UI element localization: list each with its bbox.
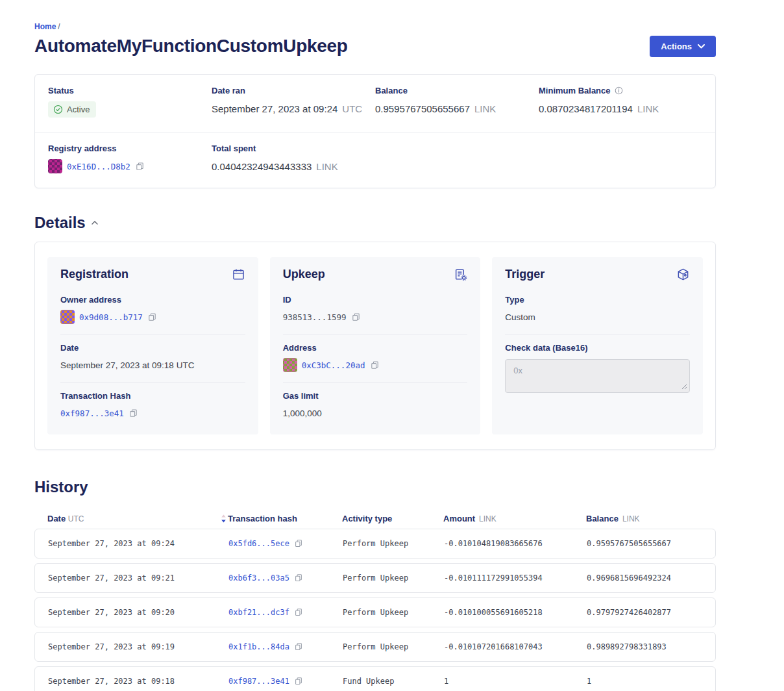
owner-address-link[interactable]: 0x9d08...b717 [79,312,143,322]
balance-field: Balance 0.9595767505655667LINK [375,86,539,118]
copy-icon[interactable] [135,162,145,171]
breadcrumb: Home/ [34,22,348,31]
breadcrumb-separator: / [58,22,60,31]
upkeep-id-label: ID [283,295,468,305]
page-header: Home/ AutomateMyFunctionCustomUpkeep Act… [34,22,716,57]
history-activity-cell: Fund Upkeep [343,677,444,686]
copy-icon[interactable] [370,360,380,370]
summary-row-1: Status Active Date ran September 27, 202… [35,75,715,132]
column-header-date[interactable]: Date UTC [47,514,228,523]
status-label: Status [48,86,212,95]
history-hash-link[interactable]: 0x5fd6...5ece [228,539,289,548]
check-data-section: Check data (Base16) [505,334,690,394]
column-header-activity-type: Activity type [342,514,443,523]
history-row: September 27, 2023 at 09:20 0xbf21...dc3… [34,597,716,627]
chevron-down-icon [698,44,705,49]
trigger-card: Trigger Type Custom Check data (Base16) [492,257,703,434]
balance-label: Balance [375,86,539,95]
registry-address-link[interactable]: 0xE16D...D8b2 [67,162,130,171]
history-amount-cell: -0.010100055691605218 [444,608,587,617]
upkeep-title: Upkeep [283,268,325,281]
document-gear-icon [454,268,467,281]
history-date-cell: September 27, 2023 at 09:20 [48,608,228,617]
sort-icon[interactable] [221,514,227,523]
total-spent-value: 0.04042324943443333 [212,161,312,172]
upkeep-page: Home/ AutomateMyFunctionCustomUpkeep Act… [34,22,716,691]
collapse-caret-icon[interactable] [92,221,98,225]
history-heading: History [34,478,716,496]
upkeep-card: Upkeep ID 938513...1599 Address 0x [270,257,481,434]
copy-icon[interactable] [129,408,138,418]
upkeep-address-section: Address 0xC3bC...20ad [283,334,468,383]
history-activity-cell: Perform Upkeep [343,608,444,617]
column-header-transaction-hash: Transaction hash [228,514,342,523]
trigger-type-label: Type [505,295,690,305]
actions-button-label: Actions [661,42,692,51]
upkeep-id-section: ID 938513...1599 [283,286,468,334]
column-header-balance: Balance LINK [586,514,703,523]
history-row: September 27, 2023 at 09:19 0x1f1b...84d… [34,632,716,662]
upkeep-id-value: 938513...1599 [283,312,347,322]
history-hash-link[interactable]: 0xf987...3e41 [228,677,289,686]
gas-limit-value: 1,000,000 [283,408,322,418]
column-header-amount: Amount LINK [443,514,586,523]
info-icon[interactable] [615,86,623,95]
summary-card: Status Active Date ran September 27, 202… [34,74,716,188]
registry-address-field: Registry address 0xE16D...D8b2 [48,144,212,173]
transaction-hash-link[interactable]: 0xf987...3e41 [60,408,124,418]
history-date-cell: September 27, 2023 at 09:21 [48,573,228,583]
upkeep-address-link[interactable]: 0xC3bC...20ad [302,360,365,370]
copy-icon[interactable] [294,539,303,548]
copy-icon[interactable] [294,642,303,651]
registry-identicon [48,159,62,173]
history-date-cell: September 27, 2023 at 09:19 [48,642,228,651]
min-balance-suffix: LINK [637,103,659,114]
date-ran-value: September 27, 2023 at 09:24 [212,103,337,114]
history-amount-cell: -0.010107201668107043 [444,642,587,651]
history-date-cell: September 27, 2023 at 09:18 [48,677,228,686]
trigger-type-value: Custom [505,312,535,322]
trigger-type-section: Type Custom [505,286,690,334]
total-spent-field: Total spent 0.04042324943443333LINK [212,144,375,173]
registration-card: Registration Owner address 0x9d08...b717… [47,257,258,434]
transaction-hash-label: Transaction Hash [60,391,245,401]
history-row: September 27, 2023 at 09:21 0xb6f3...03a… [34,563,716,593]
summary-row-2: Registry address 0xE16D...D8b2 Total spe… [35,132,715,188]
owner-identicon [60,310,75,324]
history-table-header: Date UTC Transaction hash Activity type … [34,514,716,523]
date-ran-suffix: UTC [342,103,362,114]
copy-icon[interactable] [147,312,157,322]
check-data-label: Check data (Base16) [505,343,690,353]
cube-icon [676,268,690,281]
total-spent-suffix: LINK [316,161,337,172]
history-heading-text: History [34,478,88,496]
history-activity-cell: Perform Upkeep [343,539,444,548]
history-row: September 27, 2023 at 09:18 0xf987...3e4… [34,666,716,691]
check-data-input[interactable] [505,359,690,393]
gas-limit-label: Gas limit [283,391,468,401]
history-amount-cell: 1 [444,677,587,686]
history-hash-link[interactable]: 0xb6f3...03a5 [228,573,289,583]
check-circle-icon [53,105,63,114]
owner-address-section: Owner address 0x9d08...b717 [60,286,245,334]
date-ran-label: Date ran [212,86,375,95]
history-balance-cell: 1 [587,677,702,686]
breadcrumb-home-link[interactable]: Home [34,22,56,31]
details-panel: Registration Owner address 0x9d08...b717… [34,242,716,450]
history-balance-cell: 0.9797927426402877 [587,608,702,617]
status-badge: Active [48,101,96,118]
balance-suffix: LINK [474,103,496,114]
page-title: AutomateMyFunctionCustomUpkeep [34,36,348,57]
copy-icon[interactable] [294,677,303,686]
history-hash-link[interactable]: 0x1f1b...84da [228,642,289,651]
registration-date-value: September 27, 2023 at 09:18 UTC [60,360,194,370]
history-hash-link[interactable]: 0xbf21...dc3f [228,608,289,617]
history-balance-cell: 0.9595767505655667 [587,539,702,548]
status-field: Status Active [48,86,212,118]
details-heading: Details [34,214,716,232]
history-amount-cell: -0.010111172991055394 [444,573,587,583]
actions-button[interactable]: Actions [650,36,716,57]
copy-icon[interactable] [294,573,303,583]
copy-icon[interactable] [294,608,303,617]
copy-icon[interactable] [351,312,361,322]
